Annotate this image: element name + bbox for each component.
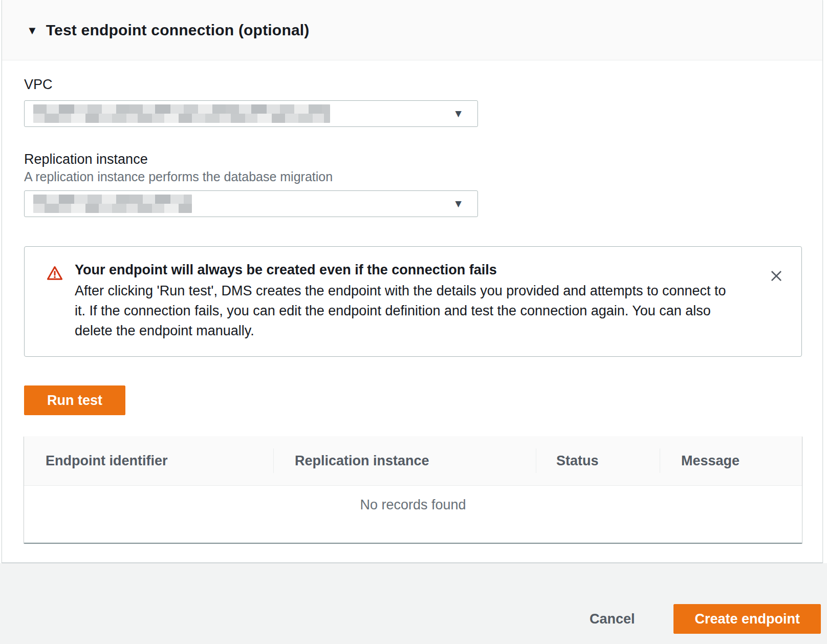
section-header[interactable]: ▼ Test endpoint connection (optional)	[2, 0, 822, 60]
column-header-message: Message	[660, 436, 802, 485]
column-header-replication-instance: Replication instance	[273, 436, 536, 485]
footer-action-bar: Cancel Create endpoint	[0, 563, 827, 644]
column-header-endpoint-identifier: Endpoint identifier	[24, 436, 273, 485]
test-endpoint-section: ▼ Test endpoint connection (optional) VP…	[2, 0, 823, 563]
replication-instance-description: A replication instance performs the data…	[24, 169, 800, 184]
column-header-status: Status	[536, 436, 660, 485]
replication-instance-select-caret-icon: ▼	[453, 198, 464, 209]
vpc-redacted-value	[33, 104, 330, 123]
empty-state-text: No records found	[24, 486, 802, 513]
vpc-select-caret-icon: ▼	[453, 108, 464, 119]
table-body: No records found	[24, 486, 802, 543]
test-results-table: Endpoint identifier Replication instance…	[24, 436, 802, 543]
replication-instance-select[interactable]: ▼	[24, 190, 478, 217]
warning-alert-body: After clicking 'Run test', DMS creates t…	[75, 281, 740, 341]
warning-alert-content: Your endpoint will always be created eve…	[75, 261, 740, 341]
run-test-button[interactable]: Run test	[24, 385, 125, 415]
warning-triangle-icon	[46, 265, 63, 282]
vpc-label: VPC	[24, 77, 800, 92]
collapse-caret-icon: ▼	[27, 25, 38, 36]
cancel-button[interactable]: Cancel	[590, 611, 635, 627]
replication-instance-field: Replication instance A replication insta…	[24, 152, 800, 217]
section-title: Test endpoint connection (optional)	[46, 22, 310, 39]
create-endpoint-button[interactable]: Create endpoint	[673, 604, 821, 634]
section-body: VPC ▼ Replication instance A replication…	[2, 60, 822, 564]
warning-alert: Your endpoint will always be created eve…	[24, 246, 802, 357]
close-icon[interactable]	[767, 266, 786, 286]
vpc-select[interactable]: ▼	[24, 100, 478, 127]
replication-instance-label: Replication instance	[24, 152, 800, 167]
vpc-field: VPC ▼	[24, 77, 800, 127]
page: ▼ Test endpoint connection (optional) VP…	[0, 0, 827, 644]
replication-instance-redacted-value	[33, 195, 192, 213]
warning-alert-title: Your endpoint will always be created eve…	[75, 261, 740, 278]
table-header-row: Endpoint identifier Replication instance…	[24, 436, 802, 486]
